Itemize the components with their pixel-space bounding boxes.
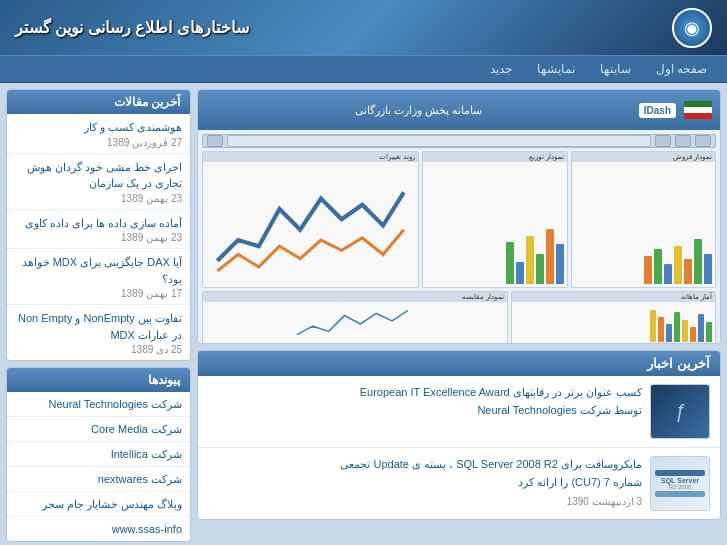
article-item-3: آماده سازی داده ها برای داده کاوی 23 بهم… [7, 210, 190, 250]
bar-2 [694, 239, 702, 284]
news-section: آخرین اخبار ƒ کسب عنوان برتر در رقابتهای… [197, 350, 721, 520]
bottom-charts: آمار ماهانه نمودار م [202, 291, 716, 344]
chart-panel-3: روند تغییرات [202, 151, 419, 288]
right-column: آخرین مقالات هوشمندی کسب و کار 27 فروردی… [6, 89, 191, 542]
links-section: پیوندها شرکت Neural Technologies شرکت Co… [6, 367, 191, 542]
bar-1 [704, 254, 712, 284]
dashboard-header: IDash سامانه پخش وزارت بازرگانی [198, 90, 720, 130]
link-item-6: www.ssas-info [7, 517, 190, 541]
bar2-1 [556, 244, 564, 284]
news-link-2[interactable]: مایکروسافت برای SQL Server 2008 R2 ، بست… [340, 458, 642, 488]
link-item-2: شرکت Core Media [7, 417, 190, 442]
bar2-5 [516, 262, 524, 284]
toolbar-btn-3[interactable] [655, 135, 671, 147]
bar4-3 [690, 327, 696, 342]
bar-6 [654, 249, 662, 284]
article-link-2[interactable]: اجرای خط مشی خود گردان هوش تجاری در یک س… [15, 159, 182, 192]
nav-new[interactable]: جدید [480, 59, 522, 79]
line-chart-2 [203, 302, 507, 344]
dashboard-screenshot: IDash سامانه پخش وزارت بازرگانی نمودار ف… [197, 89, 721, 344]
neural-logo: ƒ [651, 385, 709, 438]
news-section-header: آخرین اخبار [198, 351, 720, 376]
news-date-2: 3 اردیبهشت 1390 [208, 494, 642, 510]
news-image-2: SQL Server 2008 R2 [650, 456, 710, 511]
flag-red [684, 113, 712, 119]
link-item-3: شرکت Intellica [7, 442, 190, 467]
main-layout: IDash سامانه پخش وزارت بازرگانی نمودار ف… [0, 83, 727, 545]
news-text-2: مایکروسافت برای SQL Server 2008 R2 ، بست… [208, 456, 642, 510]
bar2-6 [506, 242, 514, 284]
chart-title-2: نمودار توزیع [423, 152, 566, 162]
sql-logo: SQL Server 2008 R2 [651, 457, 709, 510]
article-item-4: آیا DAX جایگزینی برای MDX خواهد بود؟ 17 … [7, 249, 190, 305]
news-text-1: کسب عنوان برتر در رقابتهای European IT E… [208, 384, 642, 419]
navbar: صفحه اول سایتها نمایشها جدید [0, 55, 727, 83]
dash-toolbar [202, 134, 716, 148]
link-5[interactable]: وبلاگ مهندس خشایار جام سحر [42, 498, 182, 510]
toolbar-btn-2[interactable] [675, 135, 691, 147]
bar4-5 [674, 312, 680, 342]
line-chart-svg-2 [206, 305, 504, 342]
bar4-4 [682, 320, 688, 342]
article-date-4: 17 بهمن 1389 [15, 288, 182, 299]
news-item-1: ƒ کسب عنوان برتر در رقابتهای European IT… [198, 376, 720, 448]
sql-version: 2008 R2 [669, 484, 692, 490]
bar4-2 [698, 314, 704, 342]
idash-logo: IDash [639, 103, 676, 118]
article-date-1: 27 فروردین 1389 [15, 137, 182, 148]
article-link-3[interactable]: آماده سازی داده ها برای داده کاوی [15, 215, 182, 232]
articles-header: آخرین مقالات [7, 90, 190, 114]
bar4-8 [650, 310, 656, 342]
toolbar-btn-1[interactable] [695, 135, 711, 147]
bar-4 [674, 246, 682, 284]
bar2-4 [526, 236, 534, 284]
address-bar[interactable] [227, 135, 651, 147]
bar-7 [644, 256, 652, 284]
link-1[interactable]: شرکت Neural Technologies [48, 398, 182, 410]
chart-title-4: آمار ماهانه [512, 292, 715, 302]
link-2[interactable]: شرکت Core Media [91, 423, 182, 435]
toolbar-btn-4[interactable] [207, 135, 223, 147]
left-column: IDash سامانه پخش وزارت بازرگانی نمودار ف… [197, 89, 721, 542]
link-6[interactable]: www.ssas-info [112, 523, 182, 535]
bar2-3 [536, 254, 544, 284]
nav-demos[interactable]: نمایشها [527, 59, 585, 79]
line-chart-svg [207, 166, 414, 283]
news-item-2: SQL Server 2008 R2 مایکروسافت برای SQL S… [198, 448, 720, 519]
nav-sites[interactable]: سایتها [590, 59, 641, 79]
link-4[interactable]: شرکت nextwares [98, 473, 182, 485]
links-header: پیوندها [7, 368, 190, 392]
bar4-7 [658, 317, 664, 342]
article-link-1[interactable]: هوشمندی کسب و کار [15, 119, 182, 136]
article-date-3: 23 بهمن 1389 [15, 232, 182, 243]
nav-home[interactable]: صفحه اول [646, 59, 717, 79]
site-title: ساختارهای اطلاع رسانی نوین گستر [15, 18, 249, 37]
chart-panel-4: آمار ماهانه [511, 291, 716, 344]
chart-panel-2: نمودار توزیع [422, 151, 567, 288]
chart-title-1: نمودار فروش [572, 152, 715, 162]
news-image-1: ƒ [650, 384, 710, 439]
chart-panel-5: نمودار مقایسه [202, 291, 508, 344]
sql-bar-2 [655, 491, 705, 497]
link-3[interactable]: شرکت Intellica [111, 448, 182, 460]
article-item-1: هوشمندی کسب و کار 27 فروردین 1389 [7, 114, 190, 154]
article-item-2: اجرای خط مشی خود گردان هوش تجاری در یک س… [7, 154, 190, 210]
chart-area-2 [423, 162, 566, 287]
bar-5 [664, 264, 672, 284]
bar4-1 [706, 322, 712, 342]
link-item-4: شرکت nextwares [7, 467, 190, 492]
chart-title-5: نمودار مقایسه [203, 292, 507, 302]
article-link-5[interactable]: تفاوت بین NonEmpty و Non Empty در عبارات… [15, 310, 182, 343]
logo-circle: ◉ [672, 8, 712, 48]
iran-flag [684, 101, 712, 119]
article-date-2: 23 بهمن 1389 [15, 193, 182, 204]
charts-row: نمودار فروش نمودار توزیع [202, 151, 716, 288]
news-link-1[interactable]: کسب عنوان برتر در رقابتهای European IT E… [360, 386, 642, 416]
chart-panel-1: نمودار فروش [571, 151, 716, 288]
bar-3 [684, 259, 692, 284]
article-link-4[interactable]: آیا DAX جایگزینی برای MDX خواهد بود؟ [15, 254, 182, 287]
page-header: ◉ ساختارهای اطلاع رسانی نوین گستر [0, 0, 727, 55]
dashboard-title: سامانه پخش وزارت بازرگانی [206, 104, 631, 117]
articles-section: آخرین مقالات هوشمندی کسب و کار 27 فروردی… [6, 89, 191, 361]
bar2-2 [546, 229, 554, 284]
